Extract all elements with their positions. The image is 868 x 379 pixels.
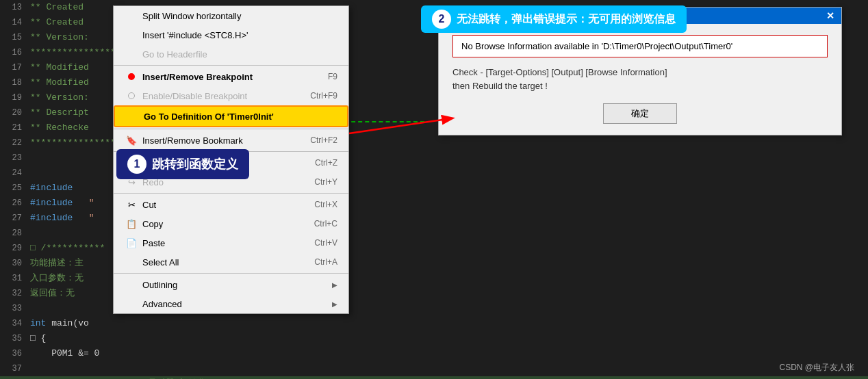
code-line-37: 37	[0, 361, 868, 376]
advanced-icon	[125, 297, 138, 311]
breakpoint-empty-icon	[125, 89, 138, 103]
error-dialog-close[interactable]: ✕	[826, 10, 834, 21]
select-all-icon	[125, 255, 138, 269]
menu-item-insert-include[interactable]: Insert '#include <STC8.H>'	[114, 25, 348, 44]
separator-5	[114, 273, 348, 274]
outlining-arrow: ▶	[332, 281, 337, 289]
menu-item-select-all[interactable]: Select All Ctrl+A	[114, 252, 348, 272]
cut-icon: ✂	[125, 198, 138, 211]
error-box: No Browse Information available in 'D:\T…	[452, 35, 828, 57]
menu-item-goto-definition[interactable]: Go To Definition Of 'Timer0Init'	[114, 105, 348, 127]
error-dialog-body: No Browse Information available in 'D:\T…	[439, 24, 841, 135]
bookmark-icon: 🔖	[125, 133, 138, 147]
paste-icon: 📄	[125, 236, 138, 250]
annotation-1-text: 跳转到函数定义	[152, 156, 238, 172]
separator-1	[114, 65, 348, 66]
separator-4	[114, 193, 348, 194]
header-icon	[125, 47, 138, 61]
menu-item-paste[interactable]: 📄 Paste Ctrl+V	[114, 233, 348, 252]
menu-item-split-window[interactable]: Split Window horizontally	[114, 6, 348, 25]
error-message: Check - [Target-Options] [Output] [Brows…	[452, 66, 828, 92]
annotation-2-number: 2	[432, 10, 451, 29]
annotation-1: 1 跳转到函数定义	[116, 149, 249, 179]
copy-icon: 📋	[125, 217, 138, 231]
menu-item-insert-bookmark[interactable]: 🔖 Insert/Remove Bookmark Ctrl+F2	[114, 131, 348, 150]
split-icon	[125, 9, 138, 23]
menu-item-goto-header[interactable]: Go to Headerfile	[114, 44, 348, 64]
code-line-35: 35 □ {	[0, 331, 868, 346]
breakpoint-icon	[125, 70, 138, 83]
goto-def-icon	[126, 109, 140, 123]
menu-item-enable-breakpoint[interactable]: Enable/Disable Breakpoint Ctrl+F9	[114, 86, 348, 105]
code-line-38: 38 Timer0Init(); //是时器0初始化	[0, 376, 868, 379]
csdn-watermark: CSDN @电子友人张	[779, 362, 854, 374]
annotation-1-number: 1	[127, 155, 146, 174]
separator-2	[114, 129, 348, 129]
code-line-36: 36 P0M1 &= 0	[0, 346, 868, 361]
error-text: No Browse Information available in 'D:\T…	[461, 41, 732, 51]
annotation-2: 2 无法跳转，弹出错误提示：无可用的浏览信息	[421, 5, 687, 33]
include-icon	[125, 28, 138, 42]
menu-item-advanced[interactable]: Advanced ▶	[114, 294, 348, 313]
menu-item-cut[interactable]: ✂ Cut Ctrl+X	[114, 195, 348, 214]
menu-item-outlining[interactable]: Outlining ▶	[114, 275, 348, 294]
annotation-2-text: 无法跳转，弹出错误提示：无可用的浏览信息	[457, 12, 676, 27]
menu-item-insert-breakpoint[interactable]: Insert/Remove Breakpoint F9	[114, 67, 348, 86]
menu-item-copy[interactable]: 📋 Copy Ctrl+C	[114, 214, 348, 233]
ok-button[interactable]: 确定	[603, 103, 677, 124]
outlining-icon	[125, 278, 138, 291]
code-line-34: 34 int main(vo	[0, 316, 868, 331]
advanced-arrow: ▶	[332, 300, 337, 308]
